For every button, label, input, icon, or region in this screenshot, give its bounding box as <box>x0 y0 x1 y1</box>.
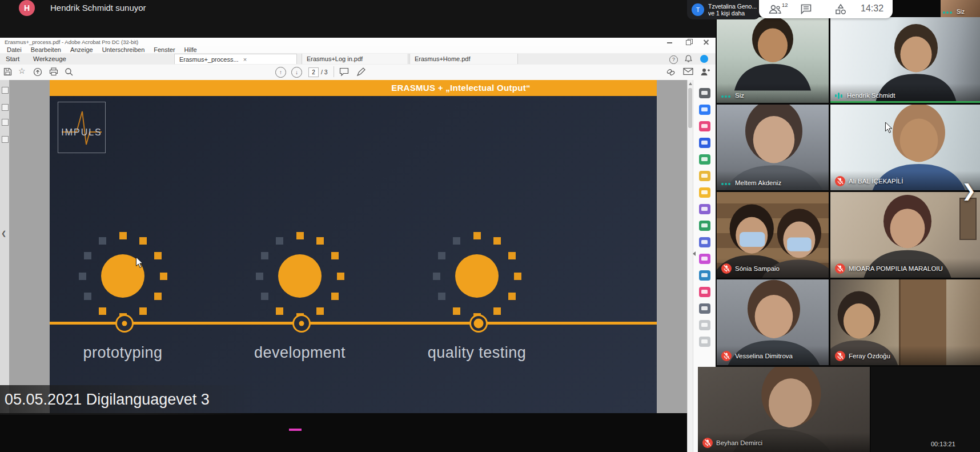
chat-icon[interactable] <box>801 4 812 14</box>
more-tools-icon[interactable] <box>699 303 710 314</box>
slide-footer-text: 05.05.2021 Digilanguagevet 3 <box>5 391 210 409</box>
scrollbar-thumb[interactable] <box>688 88 692 128</box>
minimize-button[interactable] <box>664 39 676 45</box>
thumbnails-panel-icon[interactable] <box>2 87 9 94</box>
spinner-segment <box>316 307 324 315</box>
mini-self-tile[interactable]: Siz <box>941 0 980 17</box>
process-spinner-1 <box>77 230 168 322</box>
scroll-up-arrow[interactable] <box>689 82 692 85</box>
print-icon[interactable] <box>49 67 58 76</box>
add-user-icon[interactable] <box>700 67 710 77</box>
participant-name: Beyhan Demirci <box>716 439 762 446</box>
video-tile-beyhan[interactable]: Beyhan Demirci <box>698 367 870 452</box>
tab-start[interactable]: Start <box>0 54 25 65</box>
meeting-clock: 14:32 <box>861 3 883 14</box>
menu-unterschreiben[interactable]: Unterschreiben <box>98 46 150 53</box>
spinner-segment <box>154 293 162 300</box>
participant-name: Hendrik Schmidt <box>847 92 895 99</box>
video-tile-ali[interactable]: Ali BAL İÇEKAPİLİ <box>830 105 980 190</box>
participant-name: Vesselina Dimitrova <box>735 353 793 359</box>
layers-panel-icon[interactable] <box>2 136 9 143</box>
pinned-participant-pill[interactable]: T Tzvetalina Geno... ve 1 kişi daha <box>687 0 760 19</box>
create-pdf-icon[interactable] <box>699 138 710 148</box>
star-icon[interactable]: ☆ <box>18 66 26 75</box>
meeting-control-pill: 12 14:32 <box>759 0 893 18</box>
spinner-segment <box>256 273 263 280</box>
search-icon[interactable] <box>65 67 74 77</box>
edit-pdf-icon[interactable] <box>699 154 710 165</box>
share-tool-icon[interactable] <box>699 270 710 281</box>
comment-icon[interactable] <box>339 67 349 77</box>
timeline-node-1 <box>115 314 134 333</box>
video-tile-feray[interactable]: Feray Özdoğu <box>830 279 980 365</box>
restore-button[interactable] <box>682 39 694 45</box>
export-file-icon[interactable] <box>699 171 710 181</box>
stamp-icon[interactable] <box>699 221 710 231</box>
email-icon[interactable] <box>683 67 693 75</box>
help-icon[interactable]: ? <box>669 55 678 64</box>
select-tool-icon[interactable] <box>699 337 710 347</box>
doc-tab-process[interactable]: Erasmus+_process...× <box>174 54 297 64</box>
close-tab-icon[interactable]: × <box>243 56 247 63</box>
tab-werkzeuge[interactable]: Werkzeuge <box>27 54 72 65</box>
muted-mic-icon <box>835 176 845 186</box>
activities-icon[interactable] <box>835 4 846 15</box>
pdf-page: ERASMUS + „Intelectual Output“ IMPULS <box>50 80 657 413</box>
spinner-segment <box>438 252 445 259</box>
impuls-logo-text: IMPULS <box>58 127 105 138</box>
timeline-node-2 <box>292 314 311 333</box>
pen-icon[interactable] <box>356 67 366 77</box>
scan-icon[interactable] <box>699 287 710 297</box>
doc-tab-home[interactable]: Erasmus+Home.pdf <box>409 54 518 64</box>
spinner-segment <box>453 237 460 245</box>
document-scrollbar[interactable] <box>687 80 693 452</box>
video-tile-hendrik[interactable]: Hendrik Schmidt <box>830 17 980 103</box>
export-pdf-icon[interactable] <box>699 105 710 115</box>
organize-icon[interactable] <box>699 121 710 131</box>
video-tile-vesselina[interactable]: Vesselina Dimitrova <box>717 279 829 365</box>
previous-page-button[interactable]: ↑ <box>275 67 286 78</box>
spinner-segment <box>261 293 268 300</box>
menu-anzeige[interactable]: Anzeige <box>66 46 98 53</box>
pinned-avatar: T <box>692 3 704 16</box>
spinner-segment <box>438 293 445 300</box>
slide-title-bar: ERASMUS + „Intelectual Output“ <box>50 80 657 96</box>
muted-mic-icon <box>702 438 713 448</box>
notification-bell-icon[interactable] <box>685 55 692 63</box>
doc-tab-login[interactable]: Erasmus+Log in.pdf <box>302 54 408 64</box>
scroll-tiles-chevron-icon[interactable]: ❯ <box>962 181 976 201</box>
measure-icon[interactable] <box>699 320 710 330</box>
close-button[interactable] <box>700 39 713 45</box>
menu-hilfe[interactable]: Hilfe <box>180 46 202 53</box>
next-page-button[interactable]: ↓ <box>291 67 302 78</box>
comment-tool-icon[interactable] <box>699 187 710 198</box>
video-tile-mioara[interactable]: MIOARA POMPILIA MARALOIU <box>830 192 980 278</box>
fill-sign-icon[interactable] <box>699 204 710 214</box>
video-tile-meltem[interactable]: Meltem Akdeniz <box>717 105 829 190</box>
doc-tab-label: Erasmus+_process... <box>179 56 239 63</box>
video-tile-sonia[interactable]: Sónia Sampaio <box>717 192 829 278</box>
video-tile-siz[interactable]: Siz <box>717 17 829 103</box>
search-tool-icon[interactable] <box>699 88 710 98</box>
menu-fenster[interactable]: Fenster <box>149 46 179 53</box>
bookmarks-panel-icon[interactable] <box>2 104 9 111</box>
account-presence-dot[interactable] <box>700 55 708 63</box>
menu-bearbeiten[interactable]: Bearbeiten <box>26 46 66 53</box>
participant-name: Meltem Akdeniz <box>735 179 781 186</box>
save-icon[interactable] <box>3 67 12 76</box>
panel-collapse-arrow[interactable] <box>693 251 696 256</box>
muted-mic-icon <box>835 263 845 274</box>
organize-pages-icon[interactable] <box>699 254 710 264</box>
share-upload-icon[interactable] <box>33 67 42 77</box>
presenter-avatar: H <box>19 0 35 16</box>
spinner-segment <box>508 252 516 259</box>
participants-icon[interactable] <box>768 4 782 14</box>
attachments-panel-icon[interactable] <box>2 119 9 126</box>
menu-datei[interactable]: Datei <box>2 46 26 53</box>
page-number-input[interactable]: 2 <box>308 67 319 77</box>
spinner-segment <box>99 307 106 315</box>
collapse-rail-icon[interactable]: ❯ <box>1 230 6 237</box>
spinner-segment <box>261 252 268 259</box>
protect-icon[interactable] <box>699 237 710 247</box>
link-icon[interactable] <box>666 67 676 77</box>
